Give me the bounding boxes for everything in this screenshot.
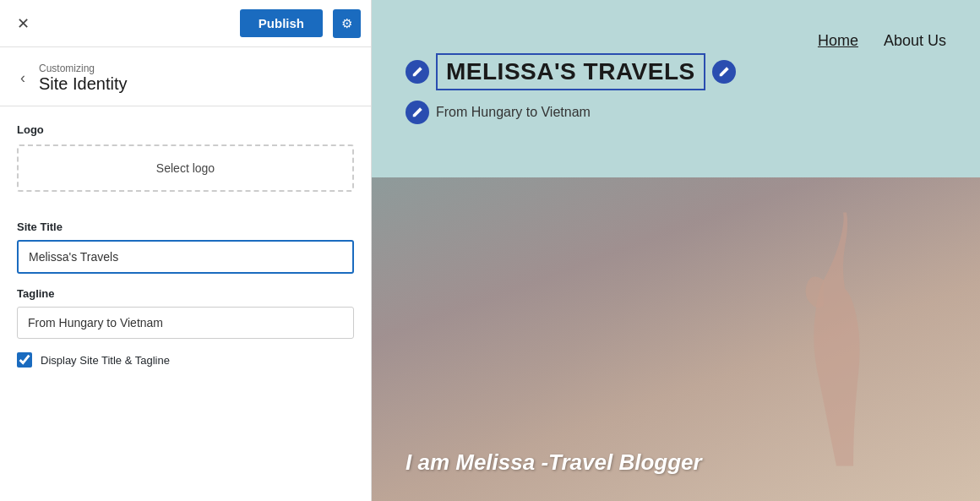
logo-section: Logo Select logo xyxy=(17,123,354,207)
site-title-input[interactable] xyxy=(17,240,354,274)
select-logo-button[interactable]: Select logo xyxy=(17,144,354,192)
tagline-field-group: Tagline xyxy=(17,287,354,339)
top-bar: ✕ Publish ⚙ xyxy=(0,0,371,47)
site-title-area: MELISSA'S TRAVELS xyxy=(406,53,736,90)
customizing-text: Customizing Site Identity xyxy=(39,63,128,94)
customizing-title: Site Identity xyxy=(39,74,128,94)
left-panel: ✕ Publish ⚙ ‹ Customizing Site Identity … xyxy=(0,0,372,501)
logo-label: Logo xyxy=(17,123,354,136)
site-title-box: MELISSA'S TRAVELS xyxy=(436,53,705,90)
site-title-field-group: Site Title xyxy=(17,221,354,274)
site-nav: Home About Us xyxy=(818,24,946,50)
panel-content: Logo Select logo Site Title Tagline Disp… xyxy=(0,106,371,501)
close-button[interactable]: ✕ xyxy=(10,13,36,35)
tagline-area: From Hungary to Vietnam xyxy=(406,101,736,124)
hero-section: I am Melissa -Travel Blogger xyxy=(372,177,980,501)
site-title-preview: MELISSA'S TRAVELS xyxy=(446,58,695,84)
hero-hand-illustration xyxy=(760,177,912,501)
site-header: MELISSA'S TRAVELS From Hungary to Vietna… xyxy=(372,0,980,177)
nav-about[interactable]: About Us xyxy=(884,32,946,50)
display-checkbox-label: Display Site Title & Tagline xyxy=(41,354,170,367)
display-checkbox[interactable] xyxy=(17,352,32,368)
customizing-header: ‹ Customizing Site Identity xyxy=(0,47,371,106)
customizing-label: Customizing xyxy=(39,63,128,74)
back-button[interactable]: ‹ xyxy=(17,69,29,87)
nav-home[interactable]: Home xyxy=(818,32,858,50)
hero-text: I am Melissa -Travel Blogger xyxy=(406,449,702,476)
site-title-label: Site Title xyxy=(17,221,354,233)
site-title-edit-icon[interactable] xyxy=(406,60,429,84)
publish-button[interactable]: Publish xyxy=(240,9,323,37)
tagline-label: Tagline xyxy=(17,287,354,300)
tagline-edit-icon[interactable] xyxy=(406,101,429,124)
gear-button[interactable]: ⚙ xyxy=(333,9,361,38)
site-title-edit-icon-right[interactable] xyxy=(712,60,736,84)
site-header-left: MELISSA'S TRAVELS From Hungary to Vietna… xyxy=(406,53,736,124)
tagline-input[interactable] xyxy=(17,307,354,339)
display-checkbox-row: Display Site Title & Tagline xyxy=(17,352,354,368)
right-preview: MELISSA'S TRAVELS From Hungary to Vietna… xyxy=(372,0,980,501)
tagline-preview: From Hungary to Vietnam xyxy=(436,105,591,120)
